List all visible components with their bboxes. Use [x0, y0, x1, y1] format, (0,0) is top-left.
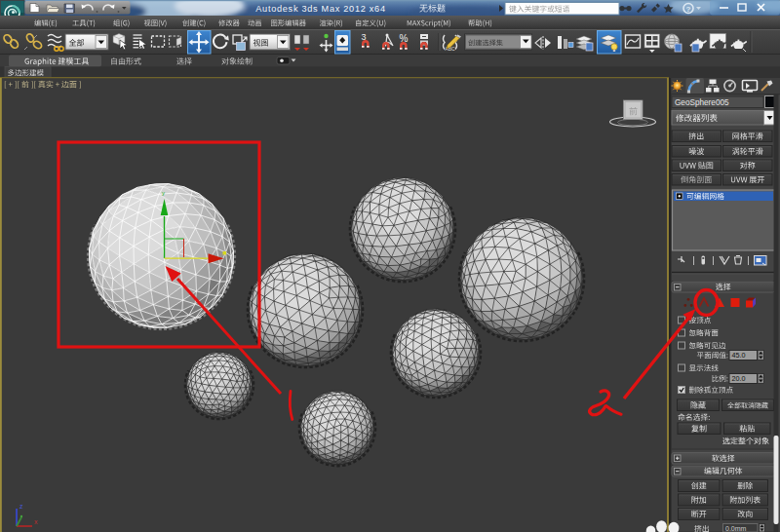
- svg-text:20.0: 20.0: [732, 374, 746, 383]
- svg-text:45.0: 45.0: [732, 351, 746, 360]
- svg-text:?: ?: [686, 5, 691, 14]
- svg-text:Autodesk 3ds Max 2012 x64: Autodesk 3ds Max 2012 x64: [255, 4, 385, 14]
- svg-text:y: y: [162, 190, 165, 196]
- svg-text:x: x: [34, 518, 38, 525]
- svg-text:0.0mm: 0.0mm: [725, 525, 747, 532]
- svg-text:z: z: [20, 503, 23, 510]
- svg-text:GeoSphere005: GeoSphere005: [675, 98, 729, 107]
